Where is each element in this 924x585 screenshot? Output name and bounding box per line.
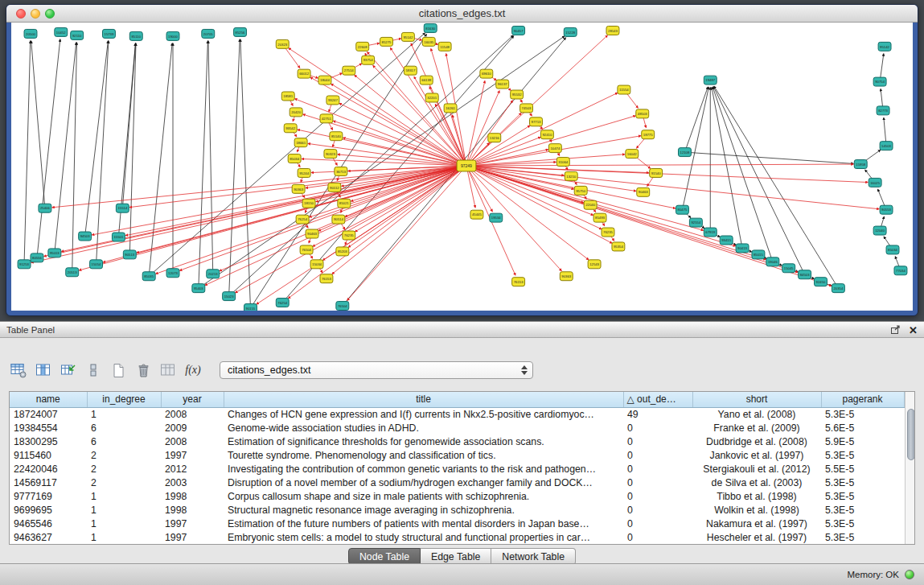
graph-node[interactable]: 85275 [380, 37, 393, 46]
graph-node[interactable]: 10452 [55, 27, 68, 36]
import-table-icon[interactable] [59, 360, 78, 380]
table-row[interactable]: 977716911998Corpus callosum shape and si… [10, 489, 904, 503]
graph-node[interactable]: 95142 [878, 42, 891, 51]
graph-node[interactable]: 13216 [488, 134, 501, 142]
graph-node[interactable]: 90514 [332, 215, 345, 224]
table-row[interactable]: 946362711997Embryonic stem cells: a mode… [10, 530, 904, 544]
graph-node[interactable]: 97713 [530, 117, 543, 126]
graph-node[interactable]: 67919 [704, 228, 717, 237]
graph-node[interactable]: 85035 [142, 272, 155, 281]
graph-node[interactable]: 12040 [873, 226, 886, 235]
graph-node[interactable]: 27514 [343, 66, 355, 75]
graph-node[interactable]: 90463 [306, 229, 318, 238]
graph-node[interactable]: 32201 [425, 93, 438, 102]
graph-node[interactable]: 81630 [424, 23, 437, 32]
tab-edge-table[interactable]: Edge Table [421, 548, 491, 565]
graph-node[interactable]: 12108 [678, 148, 691, 157]
graph-node[interactable]: 80556 [31, 253, 43, 262]
graph-node[interactable]: 15034 [310, 260, 323, 269]
graph-node[interactable]: 91540 [650, 168, 663, 177]
graph-node[interactable]: 90754 [873, 77, 886, 86]
graph-node[interactable]: 22040 [584, 200, 597, 209]
graph-node[interactable]: 82773 [877, 106, 889, 115]
graph-node[interactable]: 15023 [223, 292, 236, 301]
graph-node[interactable]: 90363 [560, 272, 573, 281]
graph-node[interactable]: 90457 [512, 26, 525, 35]
column-header-out_degree[interactable]: △ out_de… [623, 392, 692, 407]
graph-node[interactable]: 85034 [288, 154, 301, 163]
graph-node[interactable]: 91253 [18, 260, 31, 269]
graph-node[interactable]: 85015 [752, 250, 765, 259]
graph-node[interactable]: 85140 [330, 132, 343, 141]
show-columns-icon[interactable] [34, 360, 53, 380]
graph-node[interactable]: 90463 [637, 187, 650, 196]
graph-node[interactable]: 15045 [782, 264, 795, 273]
zoom-window-button[interactable] [45, 9, 55, 19]
table-row[interactable]: 1938455462009Genome-wide association stu… [10, 421, 904, 435]
graph-node[interactable]: 90363 [292, 184, 305, 193]
graph-node[interactable]: 12073 [166, 269, 179, 278]
graph-node[interactable]: 76254 [276, 299, 289, 307]
graph-node[interactable]: 96137 [496, 80, 509, 89]
graph-node[interactable]: 93415 [720, 236, 733, 245]
graph-node[interactable]: 69610 [480, 69, 493, 78]
graph-node[interactable]: 74503 [520, 104, 533, 113]
graph-node[interactable]: 90553 [880, 205, 893, 214]
graph-node[interactable]: 22608 [356, 42, 369, 51]
graph-node[interactable]: 28143 [606, 26, 619, 35]
graph-node[interactable]: 95244 [298, 168, 310, 177]
network-canvas[interactable]: 9724918581204209354218661850349524490363… [11, 23, 913, 311]
function-builder-icon[interactable]: f(x) [183, 360, 203, 380]
graph-node[interactable]: 95750 [574, 186, 587, 195]
table-row[interactable]: 969969511998Structural magnetic resonanc… [10, 503, 904, 517]
graph-node[interactable]: 90513 [123, 250, 136, 259]
float-panel-icon[interactable] [890, 323, 901, 338]
graph-node[interactable]: 16025 [869, 178, 881, 187]
graph-node[interactable]: 76504 [336, 302, 349, 311]
graph-node[interactable]: 85021 [338, 199, 351, 208]
column-header-year[interactable]: year [161, 392, 224, 407]
graph-node[interactable]: 90155 [244, 304, 257, 311]
graph-node[interactable]: 76235 [602, 228, 614, 237]
delete-table-icon[interactable] [133, 360, 153, 380]
graph-node[interactable]: 15514 [116, 204, 129, 212]
column-header-in_degree[interactable]: in_degree [87, 392, 161, 407]
close-window-button[interactable] [16, 9, 26, 19]
tab-network-table[interactable]: Network Table [491, 548, 576, 565]
graph-node[interactable]: 76153 [512, 278, 525, 286]
graph-node[interactable]: 18581 [281, 92, 294, 101]
table-row[interactable]: 946554611997Estimation of the future num… [10, 517, 904, 530]
graph-node[interactable]: 11548 [438, 42, 451, 51]
column-header-title[interactable]: title [224, 392, 623, 407]
graph-node[interactable]: 66012 [298, 69, 310, 78]
table-row[interactable]: 911546021997Tourette syndrome. Phenomeno… [10, 448, 904, 462]
column-header-name[interactable]: name [10, 392, 87, 407]
graph-node[interactable]: 85110 [129, 31, 142, 40]
graph-node[interactable]: 19487 [704, 76, 717, 84]
graph-node[interactable]: 85256 [234, 27, 247, 36]
rows-icon[interactable] [84, 360, 103, 380]
graph-node[interactable]: 18150 [302, 199, 315, 208]
graph-node[interactable]: 15228 [564, 27, 577, 36]
graph-node[interactable]: 85203 [336, 247, 349, 256]
graph-node[interactable]: 42751 [320, 114, 333, 123]
graph-node[interactable]: 94503 [79, 232, 92, 241]
graph-node[interactable]: 18044 [318, 76, 331, 84]
graph-node[interactable]: 93542 [284, 124, 297, 133]
graph-node[interactable]: 19000 [166, 31, 179, 40]
graph-node[interactable]: 95403 [192, 284, 205, 293]
column-header-short[interactable]: short [692, 392, 821, 407]
graph-node[interactable]: 77034 [894, 266, 907, 275]
graph-node[interactable]: 92110 [71, 31, 84, 39]
tab-node-table[interactable]: Node Table [348, 548, 421, 565]
graph-node[interactable]: 85493 [593, 213, 606, 222]
table-row[interactable]: 2242004622012Investigating the contribut… [10, 462, 904, 476]
graph-node[interactable]: 45445 [470, 210, 483, 219]
graph-node[interactable]: 90112 [328, 183, 341, 192]
table-selector[interactable]: citations_edges.txt [220, 361, 533, 379]
graph-node[interactable]: 19046 [766, 257, 779, 266]
graph-node[interactable]: 20705 [202, 29, 215, 38]
table-options-icon[interactable] [9, 360, 28, 380]
graph-node[interactable]: 18661 [294, 138, 307, 147]
window-titlebar[interactable]: citations_edges.txt [6, 5, 918, 23]
